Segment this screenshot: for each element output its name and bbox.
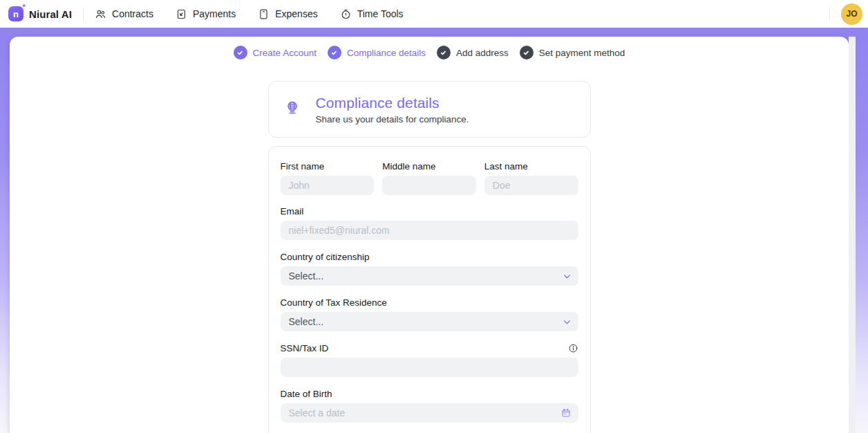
step-label: Set payment method	[539, 48, 625, 58]
dob-field-group: Date of Birth	[281, 389, 578, 423]
brand[interactable]: n ✦ Niural AI	[8, 6, 72, 21]
nav-divider	[829, 8, 830, 20]
compliance-form-card: First name Middle name Last name Email	[268, 146, 591, 433]
info-icon[interactable]	[568, 343, 578, 353]
stopwatch-icon	[340, 8, 352, 20]
nav-item-time-tools[interactable]: Time Tools	[340, 8, 404, 20]
globe-icon	[284, 100, 301, 119]
step-label: Create Account	[253, 48, 317, 58]
dob-input[interactable]	[281, 403, 578, 423]
check-circle-icon	[328, 46, 341, 59]
nav-item-label: Time Tools	[357, 8, 404, 19]
scrollbar-track[interactable]	[849, 37, 856, 433]
first-name-input[interactable]	[281, 176, 375, 195]
tax-residence-select[interactable]: Select...	[281, 312, 578, 331]
email-input[interactable]	[281, 221, 578, 240]
last-name-label: Last name	[484, 161, 578, 172]
users-icon	[95, 8, 106, 20]
email-label: Email	[281, 206, 578, 217]
first-name-label: First name	[281, 161, 375, 172]
step-label: Add address	[456, 48, 509, 58]
middle-name-label: Middle name	[382, 161, 476, 172]
citizenship-label: Country of citizenship	[281, 252, 578, 262]
name-fields-row: First name Middle name Last name	[281, 161, 578, 195]
top-navigation: n ✦ Niural AI Contracts Payments	[0, 0, 868, 28]
step-create-account[interactable]: Create Account	[234, 46, 317, 59]
nav-item-expenses[interactable]: Expenses	[258, 8, 317, 20]
main-content-card: Create Account Compliance details Add ad…	[10, 37, 849, 433]
user-avatar[interactable]: JO	[841, 3, 862, 25]
page-background: Create Account Compliance details Add ad…	[0, 28, 868, 433]
middle-name-input[interactable]	[382, 176, 476, 195]
check-circle-icon	[437, 46, 451, 59]
last-name-input[interactable]	[484, 176, 578, 195]
niural-logo-icon: n ✦	[8, 6, 23, 21]
section-header-text: Compliance details Share us your details…	[316, 95, 469, 125]
nav-divider	[83, 8, 84, 20]
sparkle-icon: ✦	[21, 3, 26, 9]
nav-item-label: Contracts	[112, 8, 153, 19]
calendar-icon[interactable]	[560, 407, 572, 418]
middle-name-field-group: Middle name	[382, 161, 476, 195]
document-icon	[258, 8, 270, 20]
dob-label: Date of Birth	[281, 389, 578, 399]
nav-item-label: Expenses	[275, 8, 317, 19]
nav-item-payments[interactable]: Payments	[176, 8, 236, 20]
section-header-card: Compliance details Share us your details…	[268, 81, 591, 138]
citizenship-select[interactable]: Select...	[281, 266, 578, 286]
step-compliance-details[interactable]: Compliance details	[328, 46, 426, 59]
content-column: Compliance details Share us your details…	[268, 81, 591, 433]
citizenship-field-group: Country of citizenship Select...	[281, 252, 578, 286]
tax-residence-label: Country of Tax Residence	[281, 297, 578, 308]
nav-items: Contracts Payments Expenses Time Tools	[95, 8, 404, 20]
last-name-field-group: Last name	[484, 161, 578, 195]
check-circle-icon	[520, 46, 534, 59]
ssn-label-row: SSN/Tax ID	[281, 343, 578, 353]
chevron-down-icon	[563, 272, 572, 281]
citizenship-select-value: Select...	[289, 270, 324, 282]
receipt-arrow-icon	[176, 8, 187, 20]
ssn-field-group: SSN/Tax ID	[281, 343, 578, 377]
step-add-address[interactable]: Add address	[437, 46, 509, 59]
page-title: Compliance details	[316, 95, 469, 111]
step-label: Compliance details	[347, 48, 426, 58]
tax-residence-field-group: Country of Tax Residence Select...	[281, 297, 578, 331]
first-name-field-group: First name	[281, 161, 375, 195]
nav-item-contracts[interactable]: Contracts	[95, 8, 153, 20]
brand-name: Niural AI	[29, 8, 72, 20]
nav-item-label: Payments	[193, 8, 236, 19]
tax-residence-select-value: Select...	[289, 316, 324, 327]
check-circle-icon	[234, 46, 247, 59]
chevron-down-icon	[563, 317, 572, 326]
ssn-label: SSN/Tax ID	[281, 343, 329, 353]
email-field-group: Email	[281, 206, 578, 240]
onboarding-stepper: Create Account Compliance details Add ad…	[10, 46, 849, 59]
ssn-input[interactable]	[281, 358, 578, 377]
step-set-payment-method[interactable]: Set payment method	[520, 46, 625, 59]
dob-input-wrap	[281, 403, 578, 423]
page-subtitle: Share us your details for compliance.	[316, 114, 469, 125]
